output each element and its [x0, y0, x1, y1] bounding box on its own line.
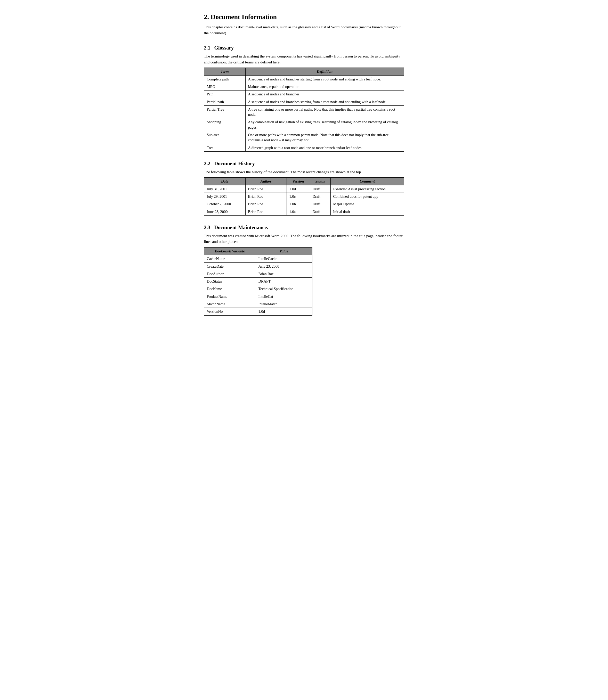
- subsection-2-2-title: 2.2 Document History: [204, 160, 404, 167]
- glossary-term: Shopping: [204, 118, 245, 131]
- history-cell-comment: Initial draft: [330, 208, 404, 215]
- history-cell-date: July 29, 2001: [204, 193, 245, 200]
- bookmark-row: DocAuthorBrian Roe: [204, 270, 312, 277]
- glossary-definition: A sequence of nodes and branches: [245, 91, 404, 98]
- bookmark-value: June 23, 2000: [255, 262, 312, 270]
- glossary-term: Partial Tree: [204, 105, 245, 118]
- history-col-version: Version: [287, 178, 310, 185]
- glossary-definition: Maintenance, repair and operation: [245, 83, 404, 90]
- bookmark-variable: VersionNo: [204, 308, 255, 315]
- history-row: July 29, 2001Brian Roe1.0cDraftCombined …: [204, 193, 404, 200]
- subsection-2-1-label: Glossary: [214, 45, 234, 51]
- history-header-row: Date Author Version Status Comment: [204, 178, 404, 185]
- subsection-2-1-number: 2.1: [204, 45, 210, 51]
- subsection-2-2-number: 2.2: [204, 161, 210, 166]
- bookmark-header-row: Bookmark Variable Value: [204, 247, 312, 255]
- bookmark-row: VersionNo1.0d: [204, 308, 312, 315]
- subsection-2-3-label: Document Maintenance.: [214, 225, 268, 230]
- bookmark-value: DRAFT: [255, 278, 312, 285]
- bookmark-variable: DocName: [204, 285, 255, 293]
- history-cell-version: 1.0d: [287, 185, 310, 193]
- history-col-comment: Comment: [330, 178, 404, 185]
- history-cell-status: Draft: [310, 185, 330, 193]
- glossary-definition: Any combination of navigation of existin…: [245, 118, 404, 131]
- bookmark-variable: DocAuthor: [204, 270, 255, 277]
- history-row: July 31, 2001Brian Roe1.0dDraftExtended …: [204, 185, 404, 193]
- history-table: Date Author Version Status Comment July …: [204, 177, 404, 215]
- section-2-title: 2. Document Information: [204, 12, 404, 22]
- bookmark-row: ProductNameIntelleCat: [204, 293, 312, 300]
- glossary-definition: A sequence of nodes and branches startin…: [245, 75, 404, 83]
- glossary-col-definition: Definition: [245, 68, 404, 75]
- bookmark-variable: CreateDate: [204, 262, 255, 270]
- glossary-row: Partial TreeA tree containing one or mor…: [204, 105, 404, 118]
- history-cell-date: October 2, 2000: [204, 200, 245, 208]
- glossary-definition: A tree containing one or more partial pa…: [245, 105, 404, 118]
- glossary-row: TreeA directed graph with a root node an…: [204, 144, 404, 151]
- bookmark-row: MatchNameIntelleMatch: [204, 300, 312, 308]
- history-cell-author: Brian Roe: [245, 185, 287, 193]
- glossary-row: Partial pathA sequence of nodes and bran…: [204, 98, 404, 105]
- history-cell-status: Draft: [310, 193, 330, 200]
- glossary-definition: A sequence of nodes and branches startin…: [245, 98, 404, 105]
- history-cell-status: Draft: [310, 200, 330, 208]
- history-cell-version: 1.0a: [287, 208, 310, 215]
- subsection-2-3-number: 2.3: [204, 225, 210, 230]
- bookmark-value: Technical Specification: [255, 285, 312, 293]
- history-col-date: Date: [204, 178, 245, 185]
- subsection-2-3-title: 2.3 Document Maintenance.: [204, 224, 404, 231]
- history-row: October 2, 2000Brian Roe1.0bDraftMajor U…: [204, 200, 404, 208]
- bookmark-row: DocNameTechnical Specification: [204, 285, 312, 293]
- history-cell-date: July 31, 2001: [204, 185, 245, 193]
- glossary-row: Sub-treeOne or more paths with a common …: [204, 131, 404, 144]
- history-cell-version: 1.0c: [287, 193, 310, 200]
- glossary-row: MROMaintenance, repair and operation: [204, 83, 404, 90]
- history-col-status: Status: [310, 178, 330, 185]
- glossary-row: Complete pathA sequence of nodes and bra…: [204, 75, 404, 83]
- history-cell-status: Draft: [310, 208, 330, 215]
- bookmark-table: Bookmark Variable Value CacheNameIntelle…: [204, 247, 312, 316]
- section-title-text: Document Information: [211, 13, 277, 21]
- bookmark-value: Brian Roe: [255, 270, 312, 277]
- history-cell-comment: Extended Assist processing section: [330, 185, 404, 193]
- section-intro: This chapter contains document-level met…: [204, 24, 404, 36]
- glossary-col-term: Term: [204, 68, 245, 75]
- subsection-2-1-title: 2.1 Glossary: [204, 44, 404, 51]
- history-cell-date: June 23, 2000: [204, 208, 245, 215]
- glossary-term: Path: [204, 91, 245, 98]
- maintenance-intro: This document was created with Microsoft…: [204, 233, 404, 245]
- history-row: June 23, 2000Brian Roe1.0aDraftInitial d…: [204, 208, 404, 215]
- glossary-header-row: Term Definition: [204, 68, 404, 75]
- glossary-intro: The terminology used in describing the s…: [204, 53, 404, 65]
- section-number: 2.: [204, 13, 209, 21]
- bookmark-value: IntelleCat: [255, 293, 312, 300]
- history-cell-author: Brian Roe: [245, 193, 287, 200]
- bookmark-value: 1.0d: [255, 308, 312, 315]
- bookmark-variable: MatchName: [204, 300, 255, 308]
- bookmark-row: CacheNameIntelleCache: [204, 255, 312, 262]
- history-cell-author: Brian Roe: [245, 208, 287, 215]
- subsection-2-2-label: Document History: [214, 161, 255, 166]
- history-cell-comment: Major Update: [330, 200, 404, 208]
- bookmark-row: CreateDateJune 23, 2000: [204, 262, 312, 270]
- glossary-row: ShoppingAny combination of navigation of…: [204, 118, 404, 131]
- glossary-term: MRO: [204, 83, 245, 90]
- glossary-term: Sub-tree: [204, 131, 245, 144]
- glossary-definition: A directed graph with a root node and on…: [245, 144, 404, 151]
- glossary-term: Partial path: [204, 98, 245, 105]
- glossary-definition: One or more paths with a common parent n…: [245, 131, 404, 144]
- bookmark-value: IntelleMatch: [255, 300, 312, 308]
- bookmark-variable: ProductName: [204, 293, 255, 300]
- history-cell-comment: Combined docs for patent app: [330, 193, 404, 200]
- bookmark-row: DocStatusDRAFT: [204, 278, 312, 285]
- glossary-term: Complete path: [204, 75, 245, 83]
- bookmark-variable: CacheName: [204, 255, 255, 262]
- bookmark-variable: DocStatus: [204, 278, 255, 285]
- glossary-term: Tree: [204, 144, 245, 151]
- history-intro: The following table shows the history of…: [204, 169, 404, 175]
- history-cell-author: Brian Roe: [245, 200, 287, 208]
- history-cell-version: 1.0b: [287, 200, 310, 208]
- history-col-author: Author: [245, 178, 287, 185]
- bookmark-col-variable: Bookmark Variable: [204, 247, 255, 255]
- bookmark-value: IntelleCache: [255, 255, 312, 262]
